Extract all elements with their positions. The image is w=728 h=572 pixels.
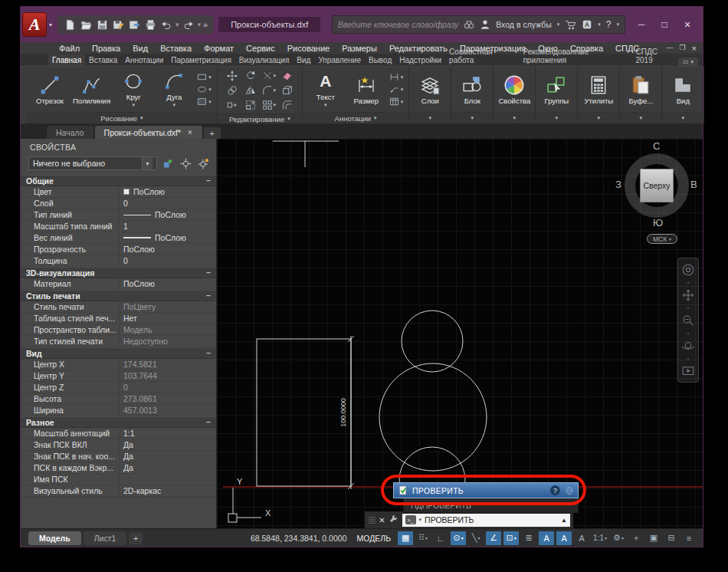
ribbon-button[interactable]: Группы (539, 74, 574, 105)
property-value[interactable]: 1 (119, 221, 216, 232)
redo-icon[interactable] (182, 18, 195, 31)
ribbon-button[interactable]: Буфе... (623, 74, 658, 105)
file-tab[interactable]: Прокси-объекты.dxf*✕ (95, 126, 202, 139)
suggestion-item[interactable]: ПДПРОВЕРИТЬ (403, 498, 579, 513)
qat-more-button[interactable]: » (203, 20, 208, 29)
status-crosshair-icon[interactable]: ＋ (628, 531, 644, 545)
section-header[interactable]: 3D-визуализация− (21, 267, 216, 278)
property-value[interactable]: Да (119, 451, 216, 462)
property-value[interactable]: 273.0861 (119, 393, 216, 404)
showmotion-icon[interactable] (681, 364, 695, 378)
exchange-apps-icon[interactable]: A (582, 19, 592, 30)
collapse-icon[interactable]: − (206, 178, 211, 184)
ribbon-tab[interactable]: Параметризация (167, 54, 235, 66)
status-annotation-scale-icon-icon[interactable]: A (574, 531, 589, 545)
command-input[interactable]: >_ ▾ ПРОВЕРИТЬ ▲ (402, 514, 570, 527)
property-value[interactable]: ПоСлою (119, 186, 216, 197)
navbar-caret-icon[interactable]: ▾ (687, 280, 689, 285)
wcs-dropdown[interactable]: МСК▾ (647, 234, 677, 244)
section-header[interactable]: Общие− (21, 175, 216, 186)
selection-dropdown[interactable]: Ничего не выбрано ▼ (28, 156, 157, 170)
property-value[interactable]: 0 (119, 198, 216, 209)
section-header[interactable]: Вид− (21, 347, 216, 359)
erase-button[interactable] (282, 71, 293, 81)
section-header[interactable]: Разное− (21, 416, 216, 428)
status-lineweight-icon[interactable]: ≣ (521, 531, 536, 545)
status-grid-icon[interactable]: ▦ (398, 531, 413, 545)
property-value[interactable]: ПоЦвету (119, 301, 216, 312)
selection-dropdown-caret-icon[interactable]: ▼ (142, 157, 152, 169)
new-file-tab-button[interactable]: + (204, 127, 221, 139)
array-button[interactable]: ▾ (262, 100, 277, 110)
new-layout-button[interactable]: + (129, 532, 143, 544)
panel-caret[interactable]: ▾ (662, 112, 703, 123)
command-bar-close-icon[interactable]: ✕ (379, 516, 385, 524)
copy-button[interactable] (227, 85, 238, 96)
status-isolate-icon[interactable]: ▣ (646, 531, 661, 545)
status-isodraft-icon[interactable]: ╲▾ (468, 531, 484, 545)
status-annotation-scale-icon[interactable]: 1:1▾ (592, 531, 608, 545)
orbit-icon[interactable] (681, 339, 695, 353)
trim-button[interactable]: ▾ (262, 71, 277, 81)
signin-user-icon[interactable] (480, 19, 490, 30)
status-polar-tracking-icon[interactable]: ⊙▾ (451, 531, 466, 545)
command-recent-caret-icon[interactable]: ▾ (419, 517, 422, 523)
property-value[interactable]: 457.0013 (119, 405, 216, 416)
property-value[interactable]: 1:1 (119, 428, 216, 439)
navbar-caret-icon[interactable]: ▾ (687, 330, 689, 336)
menu-item[interactable]: Редактировать (383, 44, 454, 53)
ribbon-tab[interactable]: Визуализация (235, 54, 293, 66)
property-value[interactable]: ПоСлою (119, 209, 216, 220)
ribbon-tab[interactable]: Главная (48, 54, 85, 66)
navbar-caret-icon[interactable]: ▾ (687, 356, 689, 361)
ribbon-button[interactable]: Размер (349, 74, 384, 105)
property-value[interactable]: Недоступно (119, 336, 216, 347)
ribbon-tab[interactable]: Аннотации (121, 54, 167, 66)
ribbon-tab[interactable]: Вывод (365, 54, 395, 66)
rectangle-tool-button[interactable]: ▾ (197, 72, 212, 82)
close-button[interactable]: × (677, 16, 698, 33)
layout-tab[interactable]: Модель (28, 531, 81, 545)
doc-close-button[interactable]: × (692, 44, 697, 53)
dim-linear-button[interactable]: ▾ (389, 72, 404, 82)
property-value[interactable]: 174.5821 (119, 359, 216, 370)
ribbon-button[interactable]: AТекст▾ (308, 71, 343, 108)
file-tab[interactable]: Начало (47, 126, 93, 139)
ribbon-button[interactable]: Полилиния (73, 74, 110, 105)
status-snap-icon[interactable]: ⠿▾ (415, 531, 431, 545)
panel-caret[interactable]: ▾ (494, 112, 535, 123)
menu-item[interactable]: Файл (53, 44, 86, 53)
fillet-button[interactable]: ▾ (262, 85, 277, 96)
large-circle[interactable] (379, 363, 487, 471)
app-menu-caret-icon[interactable]: ▾ (49, 21, 52, 28)
move-button[interactable] (227, 71, 238, 81)
navbar-caret-icon[interactable]: ▾ (687, 305, 689, 311)
scale-button[interactable] (245, 100, 256, 110)
ribbon-tab[interactable]: СПДС 2019 (632, 46, 678, 66)
menu-item[interactable]: Сервис (240, 44, 281, 53)
property-value[interactable]: Да (119, 462, 216, 473)
ribbon-display-toggle[interactable]: ▭▾ (678, 58, 698, 66)
status-menu-icon[interactable]: ≡ (681, 531, 697, 545)
help-question-icon[interactable]: ? (550, 485, 560, 495)
ribbon-button[interactable]: Отрезок (32, 74, 67, 105)
viewcube-north[interactable]: С (653, 140, 660, 152)
ribbon-button[interactable]: Слои (412, 74, 448, 105)
hatch-tool-button[interactable]: ▾ (197, 97, 212, 107)
property-value[interactable]: Модель (119, 324, 216, 335)
menu-item[interactable]: Правка (86, 44, 126, 53)
panel-label-draw[interactable]: Рисование▾ (27, 112, 217, 123)
property-value[interactable]: Да (119, 439, 216, 450)
property-value[interactable] (119, 474, 216, 485)
zoom-icon[interactable] (681, 314, 695, 327)
status-ortho-icon[interactable]: ∟ (433, 531, 448, 545)
viewcube-face-top[interactable]: Сверху (640, 169, 674, 202)
ribbon-tab[interactable]: Управление (314, 54, 365, 66)
property-value[interactable]: ПоСлою (119, 232, 216, 243)
menu-item[interactable]: Вид (126, 44, 154, 53)
command-expand-icon[interactable]: ▲ (561, 517, 567, 524)
export-icon[interactable] (127, 18, 141, 31)
leader-button[interactable]: ▾ (389, 84, 404, 94)
minimize-button[interactable]: ─ (631, 16, 652, 33)
panel-caret[interactable]: ▾ (578, 112, 619, 123)
